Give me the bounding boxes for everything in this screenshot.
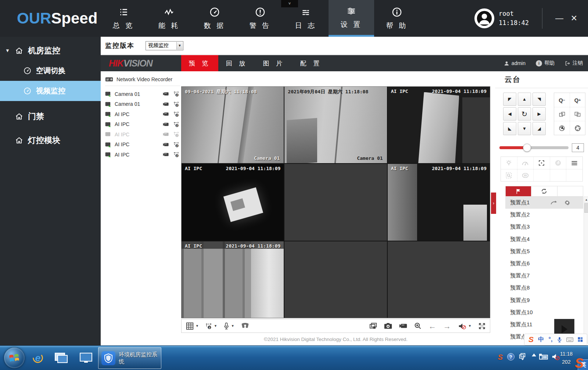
- nav-alert[interactable]: 警 告: [237, 0, 283, 37]
- sidebar-item-light-control[interactable]: 灯控模块: [0, 130, 101, 150]
- scroll-up-arrow[interactable]: ▲: [584, 197, 588, 202]
- sogou-overlay-icon[interactable]: S: [575, 356, 584, 370]
- stream-switch-icon[interactable]: 2: [173, 142, 179, 147]
- close-button[interactable]: ✕: [567, 11, 581, 26]
- tab-configuration[interactable]: 配 置: [293, 55, 330, 71]
- tray-show-hidden-icon[interactable]: [531, 353, 537, 357]
- start-button[interactable]: [4, 348, 25, 368]
- start-record-icon[interactable]: [163, 152, 169, 157]
- ptz-right-button[interactable]: ▶: [533, 107, 546, 121]
- preset-item[interactable]: 预置点2: [505, 209, 583, 221]
- tray-sogou-icon[interactable]: S: [498, 353, 503, 362]
- fisheye-expand-button[interactable]: [241, 323, 250, 330]
- stream-switch-icon[interactable]: 2: [173, 111, 179, 117]
- tab-empty[interactable]: [557, 186, 583, 196]
- ptz-down-right-button[interactable]: ◢: [533, 122, 546, 135]
- show-desktop-icon[interactable]: [78, 350, 94, 366]
- start-record-icon[interactable]: [163, 91, 169, 96]
- ime-mic-icon[interactable]: [557, 337, 562, 343]
- channel-row[interactable]: AI IPC 2: [105, 140, 180, 150]
- nav-energy[interactable]: 能 耗: [146, 0, 192, 37]
- preset-item[interactable]: 预置点8: [505, 282, 583, 294]
- zoom-3d-button[interactable]: 3D: [517, 169, 534, 181]
- start-record-icon[interactable]: [163, 142, 169, 147]
- preset-item[interactable]: 预置点9: [505, 294, 583, 306]
- ptz-up-right-button[interactable]: ◥: [533, 93, 546, 106]
- ptz-down-button[interactable]: ▼: [518, 122, 531, 135]
- start-record-icon[interactable]: [163, 102, 169, 107]
- preset-item[interactable]: 预置点3: [505, 221, 583, 233]
- ptz-auto-scan-button[interactable]: ↻: [518, 107, 531, 121]
- sidebar-item-room-monitor[interactable]: ▼ 机房监控: [0, 40, 101, 61]
- wiper-button[interactable]: [517, 157, 534, 169]
- monitor-version-select[interactable]: 视频监控 ▼: [146, 41, 183, 50]
- focus-near-button[interactable]: [554, 107, 570, 121]
- tab-presets[interactable]: [506, 186, 531, 196]
- video-cell-9-empty[interactable]: [388, 241, 490, 318]
- sidebar-item-door-access[interactable]: 门禁: [0, 106, 101, 126]
- stream-switch-icon[interactable]: 2: [173, 152, 179, 157]
- sogou-logo-icon[interactable]: S: [528, 335, 534, 344]
- digital-zoom-button[interactable]: [414, 322, 422, 330]
- ptz-left-button[interactable]: ◀: [503, 107, 516, 121]
- video-cell-6[interactable]: AI IPC2021-09-04 11:18:09: [388, 164, 490, 240]
- fullscreen-button[interactable]: [478, 323, 485, 330]
- preset-item[interactable]: 预置点1: [505, 197, 583, 209]
- audio-mute-button[interactable]: ▼: [458, 323, 472, 330]
- nav-help[interactable]: 帮 助: [374, 0, 420, 37]
- taskbar-app-monitor-system[interactable]: 环境机房监控系统: [98, 347, 161, 369]
- channel-row[interactable]: Camera 01 2: [105, 89, 180, 99]
- video-cell-5-empty[interactable]: [284, 164, 387, 240]
- capture-button[interactable]: [384, 323, 392, 329]
- stream-type-button[interactable]: 2 ▼: [205, 323, 217, 329]
- tab-patrol-refresh[interactable]: [531, 186, 557, 196]
- start-record-icon[interactable]: [163, 112, 169, 116]
- tray-network-icon[interactable]: [539, 353, 548, 361]
- iris-close-button[interactable]: [554, 121, 570, 135]
- channel-row[interactable]: AI IPC 2: [105, 109, 180, 119]
- logout-link[interactable]: 注销: [565, 60, 583, 67]
- tab-preview[interactable]: 预 览: [181, 55, 218, 71]
- tab-picture[interactable]: 图 片: [255, 55, 293, 71]
- stream-switch-icon[interactable]: 2: [173, 91, 179, 97]
- video-cell-7[interactable]: AI IPC2021-09-04 11:18:09: [182, 241, 284, 318]
- window-switcher-icon[interactable]: [53, 350, 69, 366]
- scrollbar-thumb[interactable]: [584, 203, 588, 213]
- start-record-icon[interactable]: [163, 122, 169, 127]
- preset-item[interactable]: 预置点7: [505, 270, 583, 282]
- video-cell-2[interactable]: 2021年09月04日 星期六 11:18:08 Camera 01: [284, 87, 387, 163]
- ime-chinese-mode[interactable]: 中: [538, 336, 544, 344]
- sidebar-item-video-monitor[interactable]: 视频监控: [0, 81, 101, 101]
- record-button[interactable]: [399, 323, 407, 329]
- focus-far-button[interactable]: [570, 107, 585, 121]
- avatar[interactable]: [474, 8, 494, 28]
- nav-overview[interactable]: 总 览: [101, 0, 146, 37]
- stop-all-preview-button[interactable]: [369, 323, 377, 330]
- minimize-button[interactable]: —: [552, 11, 567, 26]
- previous-page-button[interactable]: ←: [429, 322, 436, 330]
- channel-row[interactable]: AI IPC 2: [105, 150, 180, 160]
- tray-clock[interactable]: 11:18 202: [560, 350, 573, 366]
- ptz-up-button[interactable]: ▲: [518, 93, 531, 106]
- slider-thumb[interactable]: [523, 144, 531, 152]
- ime-keyboard-icon[interactable]: [566, 337, 573, 342]
- ime-punctuation[interactable]: °,: [548, 336, 552, 343]
- ptz-speed-slider[interactable]: [499, 146, 569, 149]
- video-cell-3[interactable]: AI IPC2021-09-04 11:18:09: [388, 87, 490, 163]
- zoom-out-button[interactable]: Q−: [554, 93, 570, 107]
- auxiliary-focus-button[interactable]: [533, 157, 550, 169]
- channel-row-offline[interactable]: AI IPC 2: [105, 129, 180, 140]
- preset-item[interactable]: 预置点10: [505, 306, 583, 319]
- area-zoom-button[interactable]: [501, 169, 517, 181]
- channel-row[interactable]: Camera 01 2: [105, 99, 180, 109]
- zoom-in-button[interactable]: Q+: [570, 93, 585, 107]
- ptz-down-left-button[interactable]: ◣: [503, 122, 516, 135]
- video-cell-1[interactable]: 09-04-2021 星期六 11:18:08 Camera 01: [182, 87, 284, 163]
- video-cell-8-empty[interactable]: [284, 241, 387, 318]
- preset-item[interactable]: 预置点6: [505, 258, 583, 270]
- tab-playback[interactable]: 回 放: [218, 55, 255, 71]
- help-link[interactable]: i 帮助: [536, 60, 555, 67]
- preset-item[interactable]: 预置点5: [505, 245, 583, 258]
- iris-open-button[interactable]: [570, 121, 585, 135]
- ptz-up-left-button[interactable]: ◤: [503, 93, 516, 106]
